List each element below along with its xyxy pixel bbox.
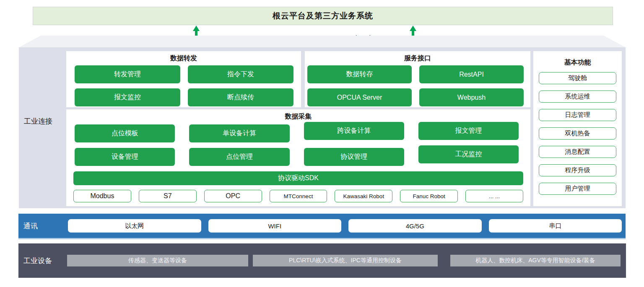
feature-button: 点位管理 bbox=[189, 148, 289, 166]
basic-function-box: 系统运维 bbox=[539, 90, 616, 103]
section-title: 服务接口 bbox=[305, 51, 530, 63]
section-service-interface: 服务接口 数据转存 RestAPI OPCUA Server Webpush bbox=[305, 51, 530, 107]
slab-top-face bbox=[19, 36, 626, 47]
protocol-box: OPC bbox=[204, 190, 262, 202]
communication-layer: 通讯 以太网 WIFI 4G/5G 串口 bbox=[18, 214, 626, 239]
device-category-box: 传感器、变送器等设备 bbox=[67, 255, 248, 266]
protocol-box: S7 bbox=[139, 190, 197, 202]
protocol-box: Modbus bbox=[73, 190, 131, 202]
basic-function-box: 消息配置 bbox=[539, 146, 616, 158]
feature-button: 跨设备计算 bbox=[304, 122, 404, 140]
section-title: 数据转发 bbox=[66, 51, 301, 63]
protocol-sdk-bar: 协议驱动SDK bbox=[73, 171, 523, 185]
basic-function-box: 双机热备 bbox=[539, 127, 616, 140]
comm-channel-box: 串口 bbox=[489, 219, 622, 233]
platform-banner-title: 根云平台及第三方业务系统 bbox=[273, 10, 373, 21]
protocol-box: MTConnect bbox=[270, 190, 327, 202]
feature-button: OPCUA Server bbox=[307, 88, 412, 106]
industrial-devices-label: 工业设备 bbox=[23, 243, 52, 278]
basic-function-box: 驾驶舱 bbox=[539, 72, 616, 84]
section-data-collection: 数据采集 点位模板 单设备计算 跨设备计算 报文管理 设备管理 点位管理 协议管… bbox=[66, 109, 530, 206]
section-title: 数据采集 bbox=[66, 109, 530, 121]
feature-button: 协议管理 bbox=[304, 148, 404, 166]
basic-function-box: 程序升级 bbox=[539, 164, 616, 176]
feature-button: 单设备计算 bbox=[189, 124, 289, 142]
feature-button: 断点续传 bbox=[188, 88, 293, 106]
basic-function-box: 日志管理 bbox=[539, 109, 616, 121]
feature-button: 指令下发 bbox=[188, 65, 293, 83]
section-title: 基本功能 bbox=[533, 55, 622, 67]
section-data-forward: 数据转发 转发管理 指令下发 报文监控 断点续传 bbox=[66, 51, 301, 107]
protocol-box: ... ... bbox=[465, 190, 523, 202]
communication-label: 通讯 bbox=[23, 214, 38, 238]
feature-button: 数据转存 bbox=[307, 65, 412, 83]
device-category-box: PLC\RTU\嵌入式系统、IPC等通用控制设备 bbox=[253, 255, 438, 266]
feature-button: 工况监控 bbox=[418, 145, 519, 163]
protocol-box: Fanuc Robot bbox=[400, 190, 458, 202]
feature-button: Webpush bbox=[419, 88, 524, 106]
industrial-devices-layer: 工业设备 传感器、变送器等设备 PLC\RTU\嵌入式系统、IPC等通用控制设备… bbox=[18, 243, 626, 278]
basic-function-box: 用户管理 bbox=[539, 183, 616, 195]
feature-button: 转发管理 bbox=[75, 65, 180, 83]
device-category-box: 机器人、数控机床、AGV等专用智能设备/装备 bbox=[450, 255, 621, 266]
feature-button: 设备管理 bbox=[75, 148, 175, 166]
industrial-connection-label: 工业连接 bbox=[24, 116, 52, 126]
comm-channel-box: 4G/5G bbox=[348, 219, 482, 233]
architecture-diagram: 根云平台及第三方业务系统 MQTT , OPCUA Server， RestAP… bbox=[0, 0, 644, 287]
comm-channel-box: 以太网 bbox=[68, 219, 201, 233]
protocol-box: Kawasaki Robot bbox=[335, 190, 392, 202]
feature-button: 报文管理 bbox=[418, 122, 519, 140]
section-basic-functions: 基本功能 驾驶舱 系统运维 日志管理 双机热备 消息配置 程序升级 用户管理 bbox=[533, 51, 622, 206]
feature-button: RestAPI bbox=[419, 65, 524, 83]
comm-channel-box: WIFI bbox=[208, 219, 342, 233]
feature-button: 点位模板 bbox=[75, 124, 175, 142]
feature-button: 报文监控 bbox=[75, 88, 180, 106]
platform-banner: 根云平台及第三方业务系统 bbox=[33, 7, 613, 25]
